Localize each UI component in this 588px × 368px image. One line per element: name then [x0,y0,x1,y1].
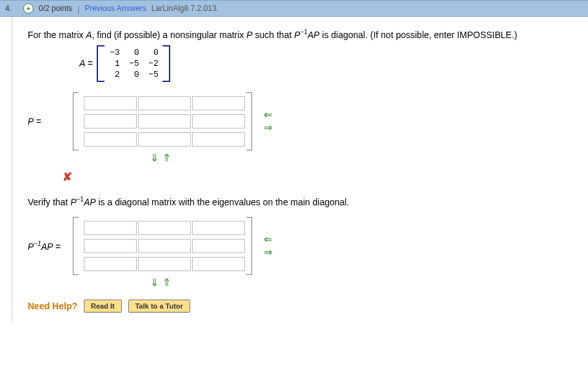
var-AP: AP [308,30,320,40]
matrix-D-cell-input[interactable] [138,239,191,253]
matrix-D-cell-input[interactable] [84,257,137,271]
prompt-part: is diagonal. (If not possible, enter IMP… [320,30,518,40]
matrix-cell: −2 [147,59,159,68]
var-Pinv: P [294,30,300,40]
matrix-P-cell-input[interactable] [138,132,191,147]
add-row-icon[interactable]: ⇓ [150,153,159,163]
matrix-A-display: A = −3 0 0 1 −5 −2 2 0 −5 [79,45,573,82]
prompt-part: , find (if possible) a nonsingular matri… [92,30,247,40]
question-number: 4. [5,4,18,13]
previous-answers-link[interactable]: Previous Answers [84,4,146,13]
matrix-cell: 0 [147,48,159,57]
matrix-P-cell-input[interactable] [192,96,245,110]
matrix-cell: 2 [108,70,120,79]
matrix-P-input: P = ⇐ ⇒ [28,92,573,150]
expand-icon[interactable]: + [23,3,34,14]
matrix-P-grid [79,92,246,150]
matrix-A-body: −3 0 0 1 −5 −2 2 0 −5 [104,45,162,82]
matrix-D-cell-input[interactable] [192,221,245,235]
exp-neg1: −1 [77,196,84,203]
bracket-right-icon [246,92,252,150]
matrix-D-cell-input[interactable] [192,239,245,253]
matrix-cell: 0 [128,70,139,79]
var-AP: AP [84,196,96,207]
matrix-D-cell-input[interactable] [84,221,137,235]
matrix-cell: 1 [108,59,120,68]
remove-row-icon[interactable]: ⇑ [162,278,171,288]
verify-part: is a diagonal matrix with the eigenvalue… [96,196,349,207]
var-P: P [70,196,76,207]
question-body: For the matrix A, find (if possible) a n… [12,17,588,322]
matrix-D-grid [79,217,246,275]
question-reference: LarLinAlg8 7.2.013. [152,4,219,13]
add-column-icon[interactable]: ⇒ [264,247,272,258]
bracket-left-icon [97,45,104,82]
prompt-part: For the matrix [28,30,86,40]
verify-part: Verify that [28,196,70,207]
matrix-D-cell-input[interactable] [138,257,191,271]
remove-column-icon[interactable]: ⇐ [264,234,272,245]
separator: | [77,4,79,14]
remove-column-icon[interactable]: ⇐ [264,110,272,120]
matrix-cell: −3 [108,48,120,57]
add-row-icon[interactable]: ⇓ [150,278,159,288]
matrix-cell: 0 [128,48,139,57]
bracket-left-icon [73,217,79,275]
matrix-D-label: P−1AP = [28,240,68,252]
matrix-P-cell-input[interactable] [84,96,137,110]
remove-row-icon[interactable]: ⇑ [162,153,171,163]
bracket-right-icon [162,45,170,82]
question-header: 4. + 0/2 points | Previous Answers LarLi… [0,0,588,17]
prompt-text: For the matrix A, find (if possible) a n… [28,28,573,40]
matrix-A-label: A = [79,58,93,68]
matrix-P-cell-input[interactable] [84,114,137,128]
read-it-button[interactable]: Read It [84,300,122,312]
matrix-P-cell-input[interactable] [84,132,137,147]
matrix-D-cell-input[interactable] [138,221,191,235]
verify-text: Verify that P−1AP is a diagonal matrix w… [28,196,573,207]
matrix-D-cell-input[interactable] [192,257,245,271]
help-bar: Need Help? Read It Talk to a Tutor [28,300,573,312]
bracket-right-icon [246,217,252,275]
var-A: A [86,30,92,40]
bracket-left-icon [73,92,79,150]
matrix-D-cell-input[interactable] [84,239,137,253]
matrix-P-cell-input[interactable] [138,96,191,110]
matrix-cell: −5 [147,70,159,79]
var-P: P [246,30,252,40]
points-label: 0/2 points [39,4,72,13]
add-column-icon[interactable]: ⇒ [264,123,272,133]
prompt-part: such that [253,30,295,40]
incorrect-icon: ✘ [63,170,573,184]
need-help-label: Need Help? [28,301,77,311]
exp-neg1: −1 [300,28,308,36]
talk-to-tutor-button[interactable]: Talk to a Tutor [128,300,190,312]
matrix-P-label: P = [28,116,68,127]
matrix-P-cell-input[interactable] [192,132,245,147]
matrix-P-cell-input[interactable] [138,114,191,128]
matrix-P-cell-input[interactable] [192,114,245,128]
matrix-cell: −5 [128,59,139,68]
matrix-D-input: P−1AP = ⇐ ⇒ [28,217,573,275]
